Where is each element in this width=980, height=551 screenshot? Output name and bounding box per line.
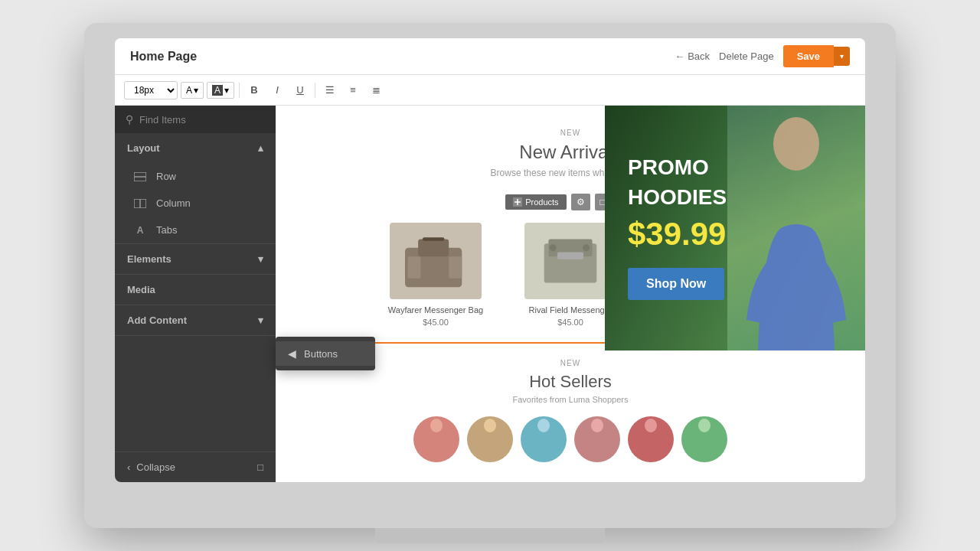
save-button[interactable]: Save: [783, 45, 834, 67]
bg-color-button[interactable]: A ▾: [207, 82, 234, 99]
svg-rect-10: [407, 256, 420, 279]
svg-rect-8: [418, 239, 449, 256]
main-area: ⚲ Layout ▴ Row: [115, 106, 865, 482]
products-settings-icon[interactable]: ⚙: [571, 194, 590, 210]
search-icon: ⚲: [126, 113, 133, 126]
media-header[interactable]: Media: [115, 275, 276, 305]
delete-page-button[interactable]: Delete Page: [719, 51, 774, 62]
page-content[interactable]: NEW New Arrivals Browse these new items …: [276, 106, 865, 482]
chevron-down-icon: ▾: [194, 85, 198, 96]
product-card: Wayfarer Messenger Bag $45.00: [374, 223, 497, 327]
top-bar: Home Page ← Back Delete Page Save ▾: [115, 38, 865, 75]
svg-point-15: [583, 244, 590, 251]
media-section: Media: [115, 275, 276, 305]
product-name: Wayfarer Messenger Bag: [374, 305, 497, 315]
promo-price: $39.99: [628, 216, 842, 253]
font-color-button[interactable]: A ▾: [181, 82, 204, 99]
toolbar-divider-2: [315, 83, 315, 98]
svg-rect-9: [423, 237, 445, 241]
promo-content: PROMO HOODIES $39.99 Shop Now: [605, 106, 865, 350]
buttons-option[interactable]: ◀ Buttons: [276, 341, 375, 366]
align-right-button[interactable]: ≣: [366, 81, 386, 99]
svg-rect-11: [449, 256, 462, 279]
people-row: [291, 416, 850, 462]
chevron-down-icon: ▾: [258, 253, 263, 265]
elements-section: Elements ▾: [115, 244, 276, 275]
chevron-down-icon: ▾: [258, 315, 263, 326]
laptop-screen: Home Page ← Back Delete Page Save ▾ 18p: [115, 38, 865, 482]
svg-point-21: [484, 419, 496, 432]
person-avatar: [628, 416, 674, 462]
svg-point-22: [537, 419, 550, 432]
svg-rect-16: [557, 253, 583, 259]
sidebar-item-column[interactable]: Column: [115, 190, 276, 217]
arrow-left-icon: ←: [675, 51, 684, 62]
expand-icon: □: [257, 461, 263, 473]
svg-point-24: [645, 419, 657, 432]
layout-header[interactable]: Layout ▴: [115, 133, 276, 163]
search-bar[interactable]: ⚲: [115, 106, 276, 133]
top-bar-actions: ← Back Delete Page Save ▾: [675, 45, 850, 67]
shop-now-button[interactable]: Shop Now: [628, 268, 724, 300]
hot-sellers-subtitle: Favorites from Luma Shoppers: [291, 395, 850, 404]
page-editor: Home Page ← Back Delete Page Save ▾ 18p: [115, 38, 865, 482]
product-price: $45.00: [374, 318, 497, 327]
svg-point-20: [430, 419, 443, 432]
italic-button[interactable]: I: [267, 81, 287, 99]
person-avatar: [574, 416, 620, 462]
row-icon: [133, 172, 147, 181]
buttons-dropdown: ◀ Buttons: [276, 337, 375, 370]
bold-button[interactable]: B: [244, 81, 264, 99]
search-input[interactable]: [139, 114, 268, 126]
add-content-header[interactable]: Add Content ▾: [115, 305, 276, 335]
promo-banner: PROMO HOODIES $39.99 Shop Now: [605, 106, 865, 350]
format-toolbar: 18px A ▾ A ▾ B I U ☰ ≡ ≣: [115, 75, 865, 106]
add-content-section: Add Content ▾: [115, 305, 276, 336]
sidebar-item-row[interactable]: Row: [115, 163, 276, 190]
save-dropdown-button[interactable]: ▾: [834, 47, 850, 66]
save-btn-group: Save ▾: [783, 45, 850, 67]
product-image: [390, 223, 482, 299]
svg-point-23: [591, 419, 603, 432]
promo-line2: HOODIES: [628, 186, 842, 210]
laptop-base: [375, 528, 605, 543]
promo-line1: PROMO: [628, 156, 842, 180]
product-image: [524, 223, 616, 299]
align-left-button[interactable]: ☰: [320, 81, 340, 99]
person-avatar: [681, 416, 727, 462]
chevron-down-icon: ▾: [224, 85, 229, 96]
person-avatar: [467, 416, 513, 462]
toolbar-divider: [239, 83, 240, 98]
elements-header[interactable]: Elements ▾: [115, 244, 276, 274]
layout-section: Layout ▴ Row: [115, 133, 276, 244]
column-icon: [133, 199, 147, 208]
collapse-button[interactable]: ‹ Collapse □: [115, 452, 276, 482]
cursor-icon: ◀: [288, 347, 296, 360]
hot-sellers-title: Hot Sellers: [291, 372, 850, 392]
font-size-select[interactable]: 18px: [124, 81, 178, 99]
underline-button[interactable]: U: [290, 81, 310, 99]
person-avatar: [413, 416, 459, 462]
svg-point-25: [698, 419, 710, 432]
page-title: Home Page: [130, 50, 197, 64]
laptop-frame: Home Page ← Back Delete Page Save ▾ 18p: [84, 23, 896, 528]
align-center-button[interactable]: ≡: [343, 81, 363, 99]
products-toolbar-btn[interactable]: Products: [505, 194, 566, 210]
sidebar: ⚲ Layout ▴ Row: [115, 106, 276, 482]
tabs-icon: A: [133, 225, 147, 236]
back-button[interactable]: ← Back: [675, 51, 710, 62]
svg-point-14: [550, 244, 557, 251]
sidebar-item-tabs[interactable]: A Tabs: [115, 217, 276, 243]
sidebar-bottom: ‹ Collapse □: [115, 452, 276, 482]
chevron-up-icon: ▴: [258, 142, 263, 154]
person-avatar: [521, 416, 567, 462]
chevron-left-icon: ‹: [127, 461, 130, 473]
